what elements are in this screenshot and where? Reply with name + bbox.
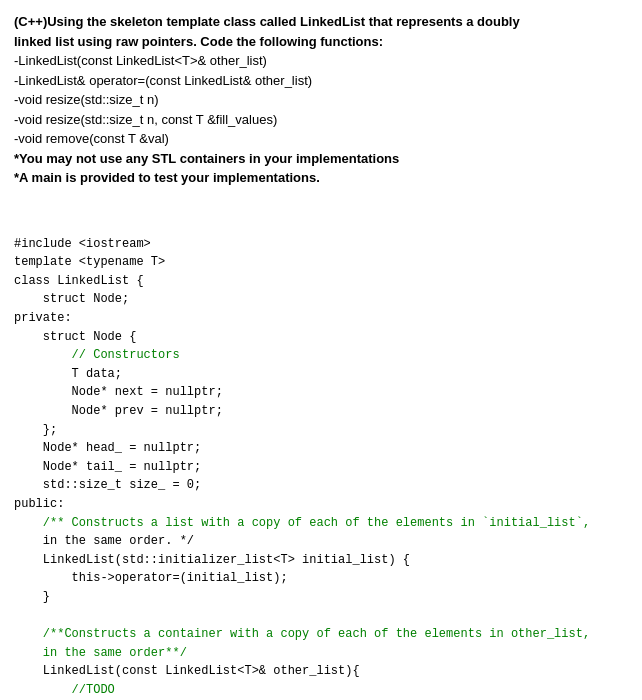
page-container: (C++)Using the skeleton template class c… <box>14 12 628 700</box>
code-line-17: LinkedList(std::initializer_list<T> init… <box>14 551 628 570</box>
function-item-5: *You may not use any STL containers in y… <box>14 149 628 169</box>
code-line-3: struct Node; <box>14 290 628 309</box>
code-line-10: }; <box>14 421 628 440</box>
intro-bold-end: linked list using raw pointers. Code the… <box>14 34 383 49</box>
code-line-18: this->operator=(initial_list); <box>14 569 628 588</box>
function-item-1: -LinkedList& operator=(const LinkedList&… <box>14 71 628 91</box>
code-line-24: //TODO <box>14 681 628 700</box>
intro-bold-start: (C++)Using the skeleton template class c… <box>14 14 520 29</box>
code-line-0: #include <iostream> <box>14 235 628 254</box>
code-line-14: public: <box>14 495 628 514</box>
code-line-12: Node* tail_ = nullptr; <box>14 458 628 477</box>
function-list: -LinkedList(const LinkedList<T>& other_l… <box>14 51 628 188</box>
code-block: #include <iostream>template <typename T>… <box>14 198 628 701</box>
function-item-2: -void resize(std::size_t n) <box>14 90 628 110</box>
code-line-20 <box>14 607 628 626</box>
code-line-22: in the same order**/ <box>14 644 628 663</box>
code-line-23: LinkedList(const LinkedList<T>& other_li… <box>14 662 628 681</box>
code-line-1: template <typename T> <box>14 253 628 272</box>
code-line-5: struct Node { <box>14 328 628 347</box>
code-line-21: /**Constructs a container with a copy of… <box>14 625 628 644</box>
intro-line1: (C++)Using the skeleton template class c… <box>14 12 628 32</box>
code-line-6: // Constructors <box>14 346 628 365</box>
function-item-3: -void resize(std::size_t n, const T &fil… <box>14 110 628 130</box>
intro-section: (C++)Using the skeleton template class c… <box>14 12 628 188</box>
code-line-16: in the same order. */ <box>14 532 628 551</box>
intro-line2: linked list using raw pointers. Code the… <box>14 32 628 52</box>
code-line-19: } <box>14 588 628 607</box>
code-line-13: std::size_t size_ = 0; <box>14 476 628 495</box>
function-item-0: -LinkedList(const LinkedList<T>& other_l… <box>14 51 628 71</box>
function-item-4: -void remove(const T &val) <box>14 129 628 149</box>
code-line-4: private: <box>14 309 628 328</box>
code-line-9: Node* prev = nullptr; <box>14 402 628 421</box>
code-line-11: Node* head_ = nullptr; <box>14 439 628 458</box>
code-line-8: Node* next = nullptr; <box>14 383 628 402</box>
function-item-6: *A main is provided to test your impleme… <box>14 168 628 188</box>
code-line-15: /** Constructs a list with a copy of eac… <box>14 514 628 533</box>
code-line-7: T data; <box>14 365 628 384</box>
code-lines-container: #include <iostream>template <typename T>… <box>14 235 628 700</box>
code-line-2: class LinkedList { <box>14 272 628 291</box>
